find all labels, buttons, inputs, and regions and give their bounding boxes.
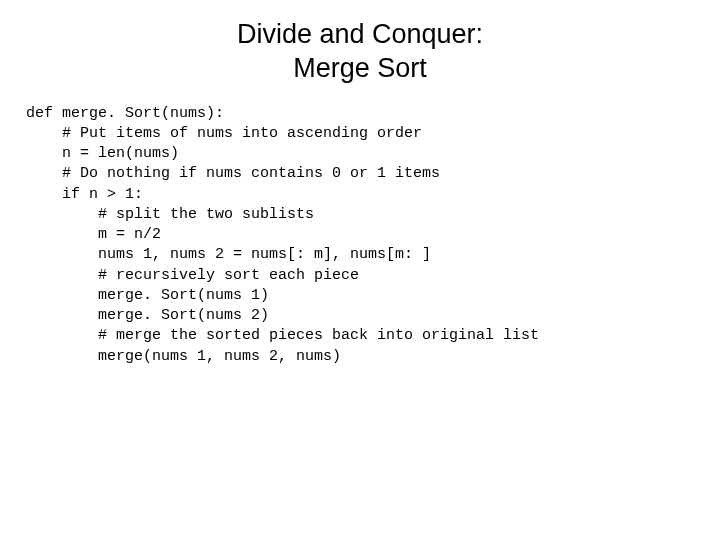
code-line: # recursively sort each piece xyxy=(26,267,359,284)
code-line: m = n/2 xyxy=(26,226,161,243)
slide: Divide and Conquer: Merge Sort def merge… xyxy=(0,0,720,540)
code-line: # split the two sublists xyxy=(26,206,314,223)
code-block: def merge. Sort(nums): # Put items of nu… xyxy=(20,104,700,367)
code-line: nums 1, nums 2 = nums[: m], nums[m: ] xyxy=(26,246,431,263)
code-line: merge(nums 1, nums 2, nums) xyxy=(26,348,341,365)
slide-title: Divide and Conquer: Merge Sort xyxy=(20,18,700,86)
title-line-2: Merge Sort xyxy=(293,53,427,83)
code-line: # merge the sorted pieces back into orig… xyxy=(26,327,539,344)
code-line: merge. Sort(nums 2) xyxy=(26,307,269,324)
code-line: def merge. Sort(nums): xyxy=(26,105,224,122)
code-line: n = len(nums) xyxy=(26,145,179,162)
code-line: merge. Sort(nums 1) xyxy=(26,287,269,304)
code-line: # Put items of nums into ascending order xyxy=(26,125,422,142)
code-line: if n > 1: xyxy=(26,186,143,203)
code-line: # Do nothing if nums contains 0 or 1 ite… xyxy=(26,165,440,182)
title-line-1: Divide and Conquer: xyxy=(237,19,483,49)
